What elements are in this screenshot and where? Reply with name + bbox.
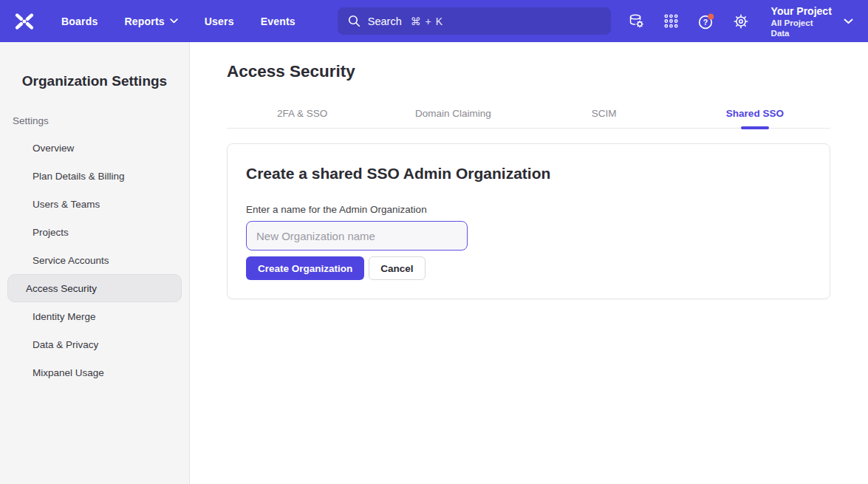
project-name: Your Project — [771, 4, 832, 18]
nav-item-label: Users — [205, 16, 234, 27]
sidebar-item-label: Overview — [33, 143, 74, 154]
mixpanel-logo-icon[interactable] — [13, 10, 36, 33]
notification-dot — [708, 13, 714, 19]
data-management-icon[interactable] — [627, 12, 646, 31]
nav-item-events[interactable]: Events — [261, 16, 295, 27]
sidebar-item-label: Mixpanel Usage — [33, 367, 104, 378]
sidebar-item-label: Access Security — [26, 283, 97, 294]
nav-right-section: ? Your Project — [611, 4, 853, 38]
nav-item-users[interactable]: Users — [205, 16, 234, 27]
sidebar-item-label: Users & Teams — [33, 199, 100, 210]
org-name-input[interactable] — [246, 221, 468, 250]
nav-item-label: Events — [261, 16, 295, 27]
sidebar-item-access-security[interactable]: Access Security — [7, 274, 182, 302]
sidebar-title: Organization Settings — [0, 73, 189, 89]
sidebar-item-label: Projects — [33, 227, 69, 238]
sidebar-item-data-privacy[interactable]: Data & Privacy — [7, 330, 182, 358]
nav-item-label: Boards — [61, 16, 98, 27]
tab-shared-sso[interactable]: Shared SSO — [680, 99, 830, 128]
settings-gear-icon[interactable] — [731, 12, 750, 31]
page-title: Access Security — [227, 62, 830, 81]
nav-item-reports[interactable]: Reports — [124, 16, 177, 27]
sidebar-item-users-teams[interactable]: Users & Teams — [7, 190, 182, 218]
tab-2fa-sso[interactable]: 2FA & SSO — [227, 99, 377, 128]
access-security-tabs: 2FA & SSO Domain Claiming SCIM Shared SS… — [227, 99, 830, 129]
create-organization-button[interactable]: Create Organization — [246, 256, 364, 280]
nav-item-boards[interactable]: Boards — [61, 16, 98, 27]
org-name-field-label: Enter a name for the Admin Organization — [246, 204, 811, 215]
active-tab-underline — [741, 126, 769, 129]
sidebar-item-plan-details-billing[interactable]: Plan Details & Billing — [7, 162, 182, 190]
project-scope: All Project Data — [771, 18, 832, 38]
project-chevron-down-icon[interactable] — [844, 18, 853, 24]
primary-nav-menu: Boards Reports Users Events — [61, 16, 295, 27]
tab-domain-claiming[interactable]: Domain Claiming — [377, 99, 528, 128]
top-navigation-bar: Boards Reports Users Events Search ⌘ + K — [0, 0, 868, 42]
tab-label: SCIM — [592, 108, 617, 119]
sidebar-item-identity-merge[interactable]: Identity Merge — [7, 302, 182, 330]
chevron-down-icon — [170, 18, 178, 24]
sidebar-item-label: Identity Merge — [33, 311, 96, 322]
sidebar-item-mixpanel-usage[interactable]: Mixpanel Usage — [7, 358, 182, 386]
cancel-button[interactable]: Cancel — [369, 256, 425, 280]
tab-label: Domain Claiming — [415, 108, 491, 119]
sidebar-item-label: Plan Details & Billing — [33, 171, 125, 182]
sidebar-menu: Overview Plan Details & Billing Users & … — [0, 134, 189, 386]
search-shortcut: ⌘ + K — [411, 16, 443, 27]
sidebar-item-overview[interactable]: Overview — [7, 134, 182, 162]
help-icon[interactable]: ? — [697, 12, 715, 31]
apps-grid-icon[interactable] — [662, 12, 680, 31]
nav-item-label: Reports — [124, 16, 164, 27]
main-content: Access Security 2FA & SSO Domain Claimin… — [190, 42, 868, 484]
page-shell: Organization Settings Settings Overview … — [0, 42, 868, 484]
sidebar-item-projects[interactable]: Projects — [7, 218, 182, 246]
tab-scim[interactable]: SCIM — [529, 99, 680, 128]
create-shared-sso-card: Create a shared SSO Admin Organization E… — [227, 143, 830, 299]
sidebar-item-label: Data & Privacy — [33, 339, 98, 350]
search-icon — [348, 15, 360, 27]
sidebar-item-service-accounts[interactable]: Service Accounts — [7, 246, 182, 274]
svg-text:?: ? — [703, 17, 708, 26]
search-placeholder: Search — [368, 16, 402, 27]
tab-label: 2FA & SSO — [277, 108, 327, 119]
project-switcher[interactable]: Your Project All Project Data — [771, 4, 832, 38]
sidebar-item-label: Service Accounts — [33, 255, 109, 266]
sidebar-section-label: Settings — [13, 115, 189, 126]
organization-settings-sidebar: Organization Settings Settings Overview … — [0, 42, 190, 484]
search-input[interactable]: Search ⌘ + K — [338, 7, 611, 35]
card-title: Create a shared SSO Admin Organization — [246, 165, 811, 183]
card-actions: Create Organization Cancel — [246, 256, 811, 280]
tab-label: Shared SSO — [726, 108, 784, 119]
